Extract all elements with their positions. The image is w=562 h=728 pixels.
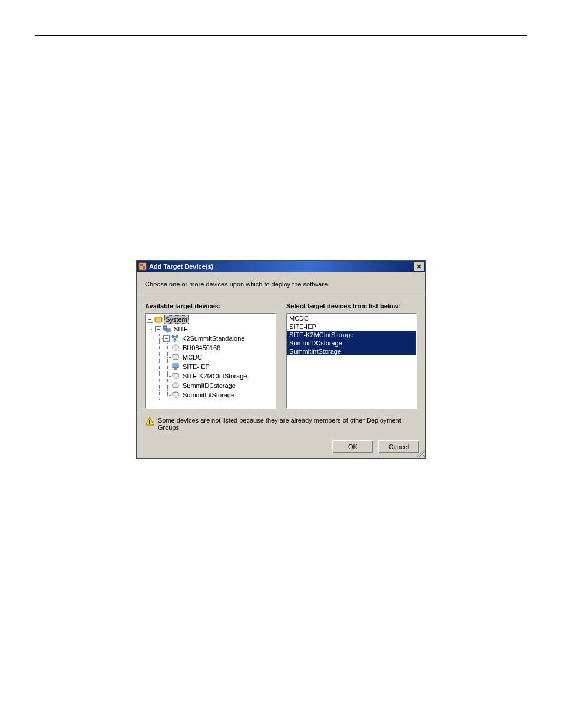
- tree-label: MCDC: [181, 354, 203, 361]
- drive-icon: [171, 391, 180, 399]
- tree-node-device[interactable]: MCDC: [147, 353, 274, 362]
- cancel-button[interactable]: Cancel: [378, 440, 419, 453]
- add-target-devices-dialog: Add Target Device(s) Choose one or more …: [136, 260, 426, 459]
- svg-rect-2: [143, 266, 145, 269]
- drive-icon: [171, 344, 180, 352]
- select-devices-label: Select target devices from list below:: [286, 302, 417, 309]
- drive-icon: [171, 372, 180, 380]
- warning-message: Some devices are not listed because they…: [137, 413, 425, 437]
- list-item[interactable]: SITE-IEP: [287, 322, 416, 331]
- svg-rect-6: [155, 317, 162, 318]
- svg-rect-25: [149, 420, 150, 423]
- expand-toggle[interactable]: −: [163, 335, 170, 342]
- expand-toggle[interactable]: −: [147, 317, 153, 323]
- tree-node-group[interactable]: −: [147, 334, 274, 343]
- list-item[interactable]: SummitDCstorage: [287, 339, 416, 347]
- select-devices-listbox[interactable]: MCDCSITE-IEPSITE-K2MCIntStorageSummitDCs…: [286, 313, 417, 409]
- close-icon: [416, 264, 421, 269]
- close-button[interactable]: [414, 262, 424, 271]
- warning-icon: [145, 417, 154, 426]
- tree-label: SITE: [173, 325, 189, 332]
- warning-text: Some devices are not listed because they…: [158, 417, 417, 431]
- svg-rect-7: [163, 326, 167, 329]
- titlebar[interactable]: Add Target Device(s): [137, 261, 425, 272]
- tree-label: K2SummitStandalone: [181, 335, 246, 342]
- tree-node-device[interactable]: BH08450166: [147, 343, 274, 353]
- tree-label: BH08450166: [181, 344, 222, 351]
- dialog-title: Add Target Device(s): [149, 263, 414, 270]
- tree-label: SummitIntStorage: [181, 391, 236, 398]
- svg-rect-8: [167, 329, 170, 332]
- dialog-button-row: OK Cancel: [137, 437, 425, 458]
- tree-label: SummitDCstorage: [181, 382, 237, 389]
- drive-icon: [171, 353, 180, 361]
- tree-node-device[interactable]: SummitDCstorage: [147, 381, 274, 390]
- tree-label: System: [164, 315, 189, 324]
- svg-rect-26: [149, 423, 150, 424]
- page-divider: [35, 35, 527, 36]
- monitor-icon: [171, 363, 180, 371]
- site-icon: [163, 325, 171, 333]
- system-icon: [154, 315, 163, 324]
- expand-toggle[interactable]: −: [155, 326, 161, 332]
- svg-rect-19: [173, 364, 178, 368]
- list-item[interactable]: SITE-K2MCIntStorage: [287, 331, 416, 339]
- group-icon: [171, 334, 179, 342]
- tree-node-device[interactable]: SummitIntStorage: [147, 390, 274, 400]
- tree-node-system[interactable]: − System: [147, 315, 274, 324]
- svg-rect-1: [140, 264, 143, 266]
- tree-node-device[interactable]: SITE-IEP: [147, 362, 274, 371]
- svg-rect-20: [174, 368, 177, 370]
- dialog-body: Available target devices: −: [137, 294, 425, 413]
- app-icon: [138, 262, 147, 271]
- list-item[interactable]: SummitIntStorage: [287, 347, 416, 355]
- instruction-text: Choose one or more devices upon which to…: [137, 272, 425, 294]
- tree-node-device[interactable]: SITE-K2MCIntStorage: [147, 371, 274, 381]
- tree-label: SITE-IEP: [181, 363, 211, 370]
- tree-label: SITE-K2MCIntStorage: [181, 373, 248, 380]
- available-devices-tree[interactable]: − System: [145, 313, 276, 409]
- drive-icon: [171, 381, 180, 390]
- list-item[interactable]: MCDC: [287, 314, 416, 322]
- available-devices-label: Available target devices:: [145, 302, 276, 309]
- ok-button[interactable]: OK: [332, 440, 373, 453]
- tree-node-site[interactable]: − SITE: [147, 324, 274, 334]
